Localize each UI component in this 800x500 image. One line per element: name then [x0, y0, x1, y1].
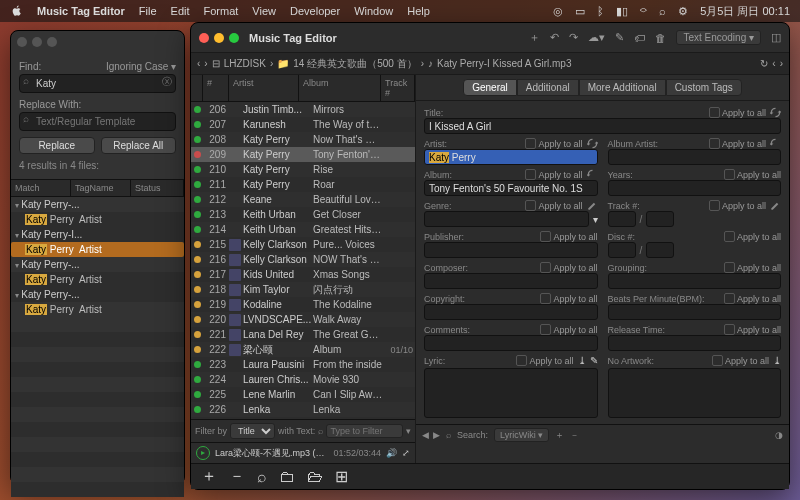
remove-artwork-icon[interactable]: －	[570, 429, 579, 442]
track-list[interactable]: 206Justin Timb...Mirrors207KaruneshThe W…	[191, 102, 415, 419]
add-icon[interactable]: ＋	[529, 30, 540, 45]
replace-button[interactable]: Replace	[19, 137, 95, 154]
menu-file[interactable]: File	[139, 5, 157, 17]
track-row[interactable]: 208Katy PerryNow That's What I Call...	[191, 132, 415, 147]
years-apply-all[interactable]: Apply to all	[724, 169, 781, 180]
tab-general[interactable]: General	[463, 79, 517, 96]
artwork-settings-icon[interactable]: ◑	[775, 430, 783, 440]
volume-icon[interactable]: 🔊	[386, 448, 397, 458]
artwork-box[interactable]	[608, 368, 782, 418]
sync-icon[interactable]	[587, 138, 598, 149]
menu-help[interactable]: Help	[407, 5, 430, 17]
genre-dropdown-icon[interactable]: ▾	[593, 214, 598, 225]
title-apply-all[interactable]: Apply to all	[709, 107, 766, 118]
traffic-lights[interactable]	[17, 37, 57, 47]
grouping-apply-all[interactable]: Apply to all	[724, 262, 781, 273]
lyric-apply-all[interactable]: Apply to all	[516, 355, 573, 366]
prev-track-icon[interactable]: ◀	[422, 430, 429, 440]
tab-custom[interactable]: Custom Tags	[666, 79, 742, 96]
album-artist-apply-all[interactable]: Apply to all	[709, 138, 766, 149]
filter-text-input[interactable]	[326, 424, 403, 438]
menu-format[interactable]: Format	[204, 5, 239, 17]
track-row[interactable]: 206Justin Timb...Mirrors	[191, 102, 415, 117]
bpm-input[interactable]	[608, 304, 782, 320]
release-input[interactable]	[608, 335, 782, 351]
lyric-download-icon[interactable]: ⤓	[578, 355, 586, 366]
status-icon[interactable]: ◎	[553, 5, 563, 18]
expand-icon[interactable]: ⤢	[402, 448, 410, 458]
track-no-apply-all[interactable]: Apply to all	[709, 200, 766, 211]
track-row[interactable]: 221Lana Del ReyThe Great Gatsby (Mu...	[191, 327, 415, 342]
result-group[interactable]: Katy Perry-...	[11, 197, 184, 212]
replace-all-button[interactable]: Replace All	[101, 137, 177, 154]
search-files-icon[interactable]: ⌕	[257, 468, 267, 486]
delete-icon[interactable]: 🗑	[655, 32, 666, 44]
display-icon[interactable]: ▭	[575, 5, 585, 18]
album-apply-all[interactable]: Apply to all	[525, 169, 582, 180]
artwork-apply-all[interactable]: Apply to all	[712, 355, 769, 366]
traffic-lights[interactable]	[199, 33, 239, 43]
edit-icon[interactable]	[587, 200, 598, 211]
app-menu[interactable]: Music Tag Editor	[37, 5, 125, 17]
publisher-input[interactable]	[424, 242, 598, 258]
result-row[interactable]: Katy PerryArtist	[11, 302, 184, 317]
back-icon[interactable]: ↶	[550, 31, 559, 44]
find-input[interactable]	[19, 74, 176, 93]
disc-no-apply-all[interactable]: Apply to all	[724, 231, 781, 242]
genre-input[interactable]	[424, 211, 589, 227]
track-row[interactable]: 212KeaneBeautiful Love:The Indi...	[191, 192, 415, 207]
result-row[interactable]: Katy PerryArtist	[11, 272, 184, 287]
menu-edit[interactable]: Edit	[171, 5, 190, 17]
track-row[interactable]: 225Lene MarlinCan I Slip Away From...	[191, 387, 415, 402]
result-row[interactable]: Katy PerryArtist	[11, 242, 184, 257]
path-bar[interactable]: ‹ › ⊟ LHZDISK › 📁 14 经典英文歌曲（500 首） › ♪ K…	[191, 53, 789, 75]
lyric-textarea[interactable]	[424, 368, 598, 418]
track-row[interactable]: 226LenkaLenka	[191, 402, 415, 417]
track-no-input[interactable]	[608, 211, 636, 227]
clear-find-icon[interactable]: ⓧ	[162, 75, 172, 89]
add-artwork-icon[interactable]: ＋	[555, 429, 564, 442]
title-input[interactable]: I Kissed A Girl	[424, 118, 781, 134]
genre-apply-all[interactable]: Apply to all	[525, 200, 582, 211]
battery-icon[interactable]: ▮▯	[616, 5, 628, 18]
next-track-icon[interactable]: ▶	[433, 430, 440, 440]
sync-icon[interactable]	[587, 169, 598, 180]
result-row[interactable]: Katy PerryArtist	[11, 212, 184, 227]
track-row[interactable]: 219KodalineThe Kodaline	[191, 297, 415, 312]
copyright-input[interactable]	[424, 304, 598, 320]
control-center-icon[interactable]: ⚙	[678, 5, 688, 18]
track-total-input[interactable]	[646, 211, 674, 227]
track-row[interactable]: 209Katy PerryTony Fenton's 50 Favo...	[191, 147, 415, 162]
menu-developer[interactable]: Developer	[290, 5, 340, 17]
tab-additional[interactable]: Additional	[517, 79, 579, 96]
result-group[interactable]: Katy Perry-I...	[11, 227, 184, 242]
menu-view[interactable]: View	[252, 5, 276, 17]
release-apply-all[interactable]: Apply to all	[724, 324, 781, 335]
track-row[interactable]: 218Kim Taylor闪点行动	[191, 282, 415, 297]
grid-icon[interactable]: ⊞	[335, 467, 348, 486]
track-row[interactable]: 224Lauren Chris...Movie 930	[191, 372, 415, 387]
track-row[interactable]: 211Katy PerryRoar	[191, 177, 415, 192]
path-next-icon[interactable]: ›	[780, 58, 783, 69]
add-file-icon[interactable]: ＋	[201, 466, 217, 487]
nav-fwd-icon[interactable]: ›	[204, 58, 207, 69]
track-row[interactable]: 210Katy PerryRise	[191, 162, 415, 177]
path-refresh-icon[interactable]: ↻	[760, 58, 768, 69]
lyric-edit-icon[interactable]: ✎	[590, 355, 598, 366]
track-row[interactable]: 223Laura PausiniFrom the inside	[191, 357, 415, 372]
result-group[interactable]: Katy Perry-...	[11, 257, 184, 272]
composer-input[interactable]	[424, 273, 598, 289]
track-row[interactable]: 217Kids UnitedXmas Songs	[191, 267, 415, 282]
clock[interactable]: 5月5日 周日 00:11	[700, 4, 790, 19]
years-input[interactable]	[608, 180, 782, 196]
result-group[interactable]: Katy Perry-...	[11, 287, 184, 302]
composer-apply-all[interactable]: Apply to all	[540, 262, 597, 273]
search-icon[interactable]: ⌕	[659, 5, 666, 17]
path-prev-icon[interactable]: ‹	[772, 58, 775, 69]
nav-back-icon[interactable]: ‹	[197, 58, 200, 69]
comments-input[interactable]	[424, 335, 598, 351]
reveal-icon[interactable]: 🗁	[307, 468, 323, 486]
track-row[interactable]: 216Kelly ClarksonNOW That's What I Cal..…	[191, 252, 415, 267]
apple-icon[interactable]	[10, 4, 23, 19]
lyric-source-select[interactable]: LyricWiki ▾	[494, 428, 549, 442]
